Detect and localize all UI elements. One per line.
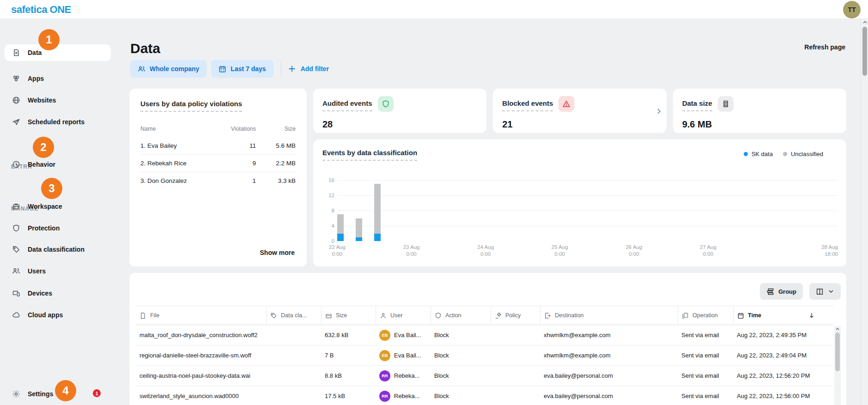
sidebar-item-label: Behavior	[28, 161, 55, 168]
gridline	[337, 195, 838, 196]
events-table-header: File Data cla... Size User Action	[136, 306, 833, 325]
page-title: Data	[130, 41, 160, 56]
page-scrollbar[interactable]	[861, 18, 868, 405]
sidebar-item-data-classification[interactable]: Data classification	[5, 241, 111, 258]
column-header-file[interactable]: File	[136, 306, 266, 325]
chevron-down-icon	[828, 288, 834, 295]
avatar: EB	[379, 350, 390, 361]
filter-chip-label: Last 7 days	[231, 65, 266, 73]
gridline	[337, 226, 838, 226]
clock-icon	[12, 160, 20, 169]
filter-chip-company[interactable]: Whole company	[130, 60, 206, 78]
violations-row-count: 9	[227, 154, 256, 172]
chevron-right-icon[interactable]	[655, 107, 663, 115]
cell-operation: Sent via email	[678, 325, 733, 345]
sidebar-item-label: Users	[28, 267, 46, 275]
dashboard-section: Users by data policy violations Name Vio…	[129, 89, 846, 266]
cell-operation: Sent via email	[678, 386, 733, 405]
table-row[interactable]: regional-danielle-steel-brazzaville-sm.w…	[136, 345, 833, 366]
cell-time: Aug 22, 2023, 12:56:20 PM	[733, 366, 819, 386]
table-scrollbar-thumb[interactable]	[835, 332, 840, 371]
sidebar-item-behavior[interactable]: Behavior	[5, 156, 111, 173]
group-button-label: Group	[778, 288, 796, 295]
avatar: RR	[379, 391, 390, 402]
stacked-bar[interactable]	[356, 218, 362, 242]
column-header-policy[interactable]: Policy	[491, 306, 540, 325]
sidebar-item-label: Scheduled reports	[28, 118, 85, 126]
shield-icon	[12, 224, 20, 232]
table-toolbar: Group	[129, 283, 846, 300]
x-axis-tick: 24 Aug0:00	[477, 244, 494, 258]
dashboard-right-column: Audited events 28 Blocked events 2	[313, 89, 846, 266]
column-header-action[interactable]: Action	[431, 306, 491, 325]
sidebar-item-workspace[interactable]: Workspace	[5, 198, 111, 215]
sort-descending-icon[interactable]	[808, 312, 815, 319]
sidebar-item-devices[interactable]: Devices	[5, 285, 111, 302]
bar-segment-unclassified	[356, 218, 362, 237]
x-axis-tick: 26 Aug0:00	[625, 244, 642, 258]
filter-chip-range[interactable]: Last 7 days	[211, 60, 273, 78]
audited-events-title[interactable]: Audited events	[322, 99, 372, 111]
sidebar-item-users[interactable]: Users	[5, 263, 111, 279]
stacked-bar[interactable]	[374, 184, 381, 241]
group-button[interactable]: Group	[760, 283, 803, 300]
violations-row-name[interactable]: 2. Rebekah Rice	[140, 154, 227, 172]
sidebar-item-data[interactable]: Data	[5, 44, 111, 61]
chart-title[interactable]: Events by data classification	[322, 149, 417, 161]
filter-bar: Whole company Last 7 days Add filter	[130, 60, 329, 78]
sidebar: ANALYZE 1 Data Apps Websites Scheduled r…	[0, 18, 129, 405]
sidebar-item-scheduled-reports[interactable]: Scheduled reports	[5, 114, 111, 130]
cell-data-classification	[266, 386, 321, 405]
sidebar-item-protection[interactable]: Protection	[5, 220, 111, 236]
user-avatar[interactable]: TT	[843, 1, 861, 18]
copy-icon	[682, 312, 689, 319]
blocked-events-title[interactable]: Blocked events	[502, 99, 553, 111]
data-size-card: Data size 9.6 MB	[673, 89, 846, 133]
violations-row-name[interactable]: 3. Don Gonzalez	[140, 172, 227, 189]
cell-action: Block	[431, 366, 491, 386]
stacked-bar[interactable]	[337, 214, 344, 241]
show-more-button[interactable]: Show more	[260, 249, 295, 256]
cell-policy	[491, 325, 540, 345]
column-header-size[interactable]: Size	[321, 306, 376, 325]
cell-destination: eva.bailey@personal.com	[540, 386, 678, 405]
refresh-page-button[interactable]: Refresh page	[804, 43, 845, 51]
column-header-label: Destination	[555, 312, 584, 319]
scroll-up-icon[interactable]	[834, 326, 841, 332]
column-header-destination[interactable]: Destination	[540, 306, 678, 325]
settings-notification-badge: 1	[93, 389, 101, 397]
legend-item-sk-data[interactable]: SK data	[744, 151, 773, 157]
sidebar-item-apps[interactable]: Apps	[5, 70, 111, 87]
data-size-title[interactable]: Data size	[682, 99, 712, 111]
column-header-user[interactable]: User	[376, 306, 431, 325]
sidebar-item-websites[interactable]: Websites	[5, 92, 111, 109]
sidebar-item-cloud-apps[interactable]: Cloud apps	[5, 307, 111, 323]
cell-data-classification	[266, 325, 321, 345]
legend-item-unclassified[interactable]: Unclassified	[783, 151, 823, 157]
data-size-value: 9.6 MB	[682, 119, 712, 130]
add-filter-button[interactable]: Add filter	[288, 65, 329, 73]
person-icon	[380, 312, 387, 319]
table-row[interactable]: switzerland_style_asuncion.wad0000 17.5 …	[136, 386, 833, 405]
chart-legend: SK data Unclassified	[734, 151, 823, 157]
column-header-operation[interactable]: Operation	[678, 306, 733, 325]
table-scrollbar[interactable]	[834, 326, 841, 405]
violations-row-name[interactable]: 1. Eva Bailey	[140, 137, 227, 154]
bar-segment-sk-data	[374, 234, 381, 242]
column-header-data-classification[interactable]: Data cla...	[266, 306, 321, 325]
table-row[interactable]: malta_roof_don-drysdale_construction.wof…	[136, 325, 833, 345]
columns-button[interactable]	[809, 283, 841, 300]
shield-check-icon	[378, 96, 394, 112]
sidebar-item-label: Cloud apps	[28, 311, 63, 319]
scroll-up-icon[interactable]	[861, 18, 868, 26]
violations-card-title[interactable]: Users by data policy violations	[140, 100, 242, 112]
database-icon	[718, 96, 734, 112]
table-row[interactable]: ceiling-austria-noel-paul-stookey-data.w…	[136, 366, 833, 386]
devices-icon	[12, 289, 20, 297]
page-scrollbar-thumb[interactable]	[862, 27, 867, 76]
briefcase-icon	[12, 202, 20, 211]
column-header-time[interactable]: Time	[733, 306, 819, 325]
column-header-label: User	[390, 312, 402, 319]
plus-icon	[288, 65, 296, 73]
annotation-badge-4: 4	[55, 380, 76, 401]
